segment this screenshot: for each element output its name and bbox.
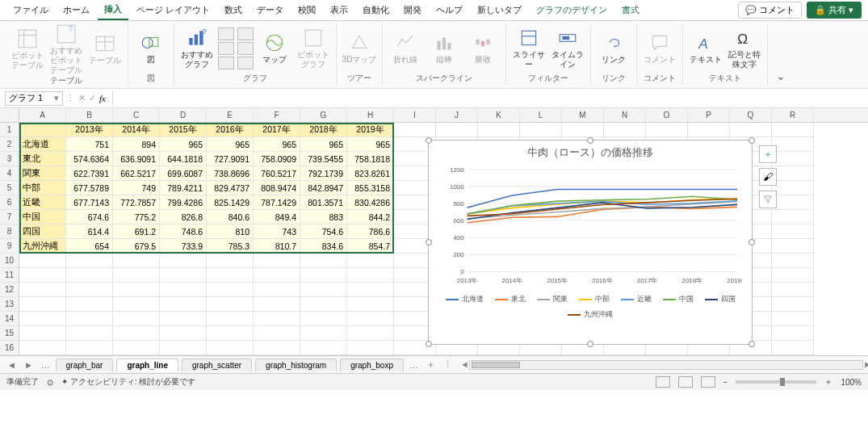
cell[interactable]: 近畿 (19, 195, 66, 210)
name-box[interactable]: グラフ 1 ▾ (5, 91, 63, 106)
share-button[interactable]: 🔒 共有 ▾ (807, 2, 862, 19)
tab-insert[interactable]: 挿入 (98, 0, 128, 20)
cell[interactable]: 727.9091 (207, 152, 254, 166)
rec-chart-button[interactable]: ?おすすめグラフ (179, 27, 215, 69)
cell[interactable] (254, 312, 300, 326)
cell[interactable]: 2018年 (300, 123, 347, 137)
cell[interactable] (19, 297, 66, 312)
cell[interactable] (772, 210, 814, 224)
ribbon-collapse[interactable]: ⌄ (768, 66, 794, 86)
cell[interactable] (66, 297, 113, 312)
tab-home[interactable]: ホーム (57, 1, 96, 19)
bar-chart-icon[interactable] (237, 27, 254, 40)
sheet-tab-bar-item[interactable]: graph_line (116, 359, 178, 371)
chart-type-minis[interactable] (218, 27, 234, 69)
cell[interactable] (207, 254, 254, 268)
illust-button[interactable]: 図 (133, 32, 169, 65)
cell[interactable]: 834.6 (300, 239, 347, 254)
legend-item[interactable]: 四国 (705, 294, 736, 304)
cell[interactable] (66, 341, 113, 355)
view-pagelayout[interactable] (678, 376, 693, 388)
area-chart-icon[interactable] (237, 42, 254, 55)
tab-automate[interactable]: 自動化 (356, 1, 396, 19)
col-header[interactable]: D (160, 108, 207, 122)
cell[interactable] (19, 123, 66, 137)
map-button[interactable]: マップ (257, 32, 292, 65)
zoom-slider[interactable] (736, 380, 816, 384)
accept-icon[interactable]: ✓ (89, 93, 96, 103)
legend-item[interactable]: 近畿 (621, 294, 652, 304)
row-header[interactable]: 11 (0, 268, 19, 283)
cell[interactable]: 965 (347, 137, 394, 152)
cell[interactable] (646, 123, 688, 137)
row-header[interactable]: 4 (0, 166, 19, 181)
cell[interactable]: 965 (207, 137, 254, 152)
cell[interactable]: 北海道 (19, 137, 66, 152)
cell[interactable]: 2014年 (113, 123, 160, 137)
cell[interactable] (478, 123, 520, 137)
cell[interactable] (207, 268, 254, 283)
cell[interactable] (19, 254, 66, 268)
new-sheet-button[interactable]: ＋ (424, 359, 438, 371)
col-header[interactable]: O (646, 108, 688, 122)
chart-elements-button[interactable]: ＋ (759, 145, 777, 163)
cell[interactable] (772, 166, 814, 181)
cancel-icon[interactable]: ✕ (78, 93, 86, 103)
3dmap-button[interactable]: 3Dマップ (342, 32, 377, 65)
cell[interactable] (19, 326, 66, 341)
row-header[interactable]: 3 (0, 152, 19, 166)
tab-review[interactable]: 校閲 (291, 1, 322, 19)
cell[interactable]: 699.6087 (160, 166, 207, 181)
scatter-chart-icon[interactable] (237, 57, 254, 69)
cell[interactable] (160, 297, 207, 312)
cell[interactable] (160, 283, 207, 297)
cell[interactable]: 772.7857 (113, 195, 160, 210)
cell[interactable]: 749 (113, 181, 160, 195)
line-chart-icon[interactable] (218, 42, 234, 55)
cell[interactable] (772, 137, 814, 152)
fx-icon[interactable]: fx (99, 94, 106, 103)
tab-formula[interactable]: 数式 (218, 1, 249, 19)
cell[interactable] (113, 326, 160, 341)
pie-chart-icon[interactable] (218, 57, 234, 69)
cell[interactable] (300, 297, 347, 312)
col-header[interactable]: K (478, 108, 520, 122)
cell[interactable] (772, 283, 814, 297)
cell[interactable]: 760.5217 (254, 166, 300, 181)
cell[interactable] (66, 312, 113, 326)
pivot-chart-button[interactable]: ピボットグラフ (296, 27, 331, 69)
tab-file[interactable]: ファイル (6, 1, 55, 19)
tab-help[interactable]: ヘルプ (430, 1, 469, 19)
cell[interactable] (207, 297, 254, 312)
cell[interactable]: 810.7 (254, 239, 300, 254)
row-header[interactable]: 9 (0, 239, 19, 254)
cell[interactable] (207, 341, 254, 355)
cell[interactable]: 789.4211 (160, 181, 207, 195)
cell[interactable] (66, 326, 113, 341)
slicer-button[interactable]: スライサー (511, 27, 547, 69)
col-header[interactable]: M (562, 108, 604, 122)
col-header[interactable]: A (19, 108, 66, 122)
cell[interactable] (347, 254, 394, 268)
cell[interactable]: 関東 (19, 166, 66, 181)
chart-styles-button[interactable]: 🖌 (759, 168, 777, 186)
cell[interactable]: 691.2 (113, 224, 160, 239)
cell[interactable] (160, 312, 207, 326)
cell[interactable] (772, 326, 814, 341)
cell[interactable] (772, 268, 814, 283)
cell[interactable] (347, 297, 394, 312)
row-header[interactable]: 7 (0, 210, 19, 224)
cell[interactable]: 574.6364 (66, 152, 113, 166)
tab-view[interactable]: 表示 (324, 1, 354, 19)
cell[interactable] (772, 152, 814, 166)
cell[interactable] (772, 224, 814, 239)
view-normal[interactable] (656, 376, 670, 388)
cell[interactable]: 662.5217 (113, 166, 160, 181)
tab-new[interactable]: 新しいタブ (471, 1, 528, 19)
cell[interactable] (772, 123, 814, 137)
sheet-tab-bar-item[interactable]: graph_scatter (182, 359, 252, 371)
cell[interactable]: 東北 (19, 152, 66, 166)
spark-line-button[interactable]: 折れ線 (388, 32, 423, 65)
text-button[interactable]: Aテキスト (688, 32, 723, 65)
row-header[interactable]: 13 (0, 297, 19, 312)
